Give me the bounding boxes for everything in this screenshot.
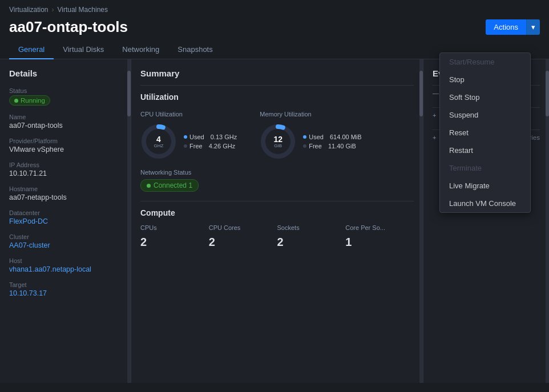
dropdown-item-reset[interactable]: Reset — [440, 124, 530, 142]
summary-title: Summary — [140, 68, 414, 78]
memory-gauge-unit: GIB — [273, 143, 282, 148]
cpu-used-stat: Used 0.13 GHz — [184, 134, 237, 140]
page-header: aa07-ontap-tools Actions ▾ Start/Resume … — [0, 16, 549, 41]
compute-header-cores: CPU Cores — [209, 224, 277, 231]
detail-cluster: Cluster AA07-cluster — [9, 233, 122, 249]
detail-datacenter-value[interactable]: FlexPod-DC — [9, 217, 122, 225]
details-panel: Details Status Running Name aa07-ontap-t… — [0, 59, 131, 383]
memory-utilization-item: Memory Utilization 12 GIB — [260, 111, 361, 160]
cpu-used-label: Used — [189, 134, 204, 140]
networking-status-row: Networking Status Connected 1 — [140, 169, 414, 192]
summary-panel: Summary Utilization CPU Utilization — [131, 59, 423, 383]
summary-scrollbar-thumb — [419, 71, 423, 116]
cpu-gauge-row: 4 GHZ Used 0.13 GHz Free — [140, 123, 237, 160]
status-badge: Running — [9, 95, 50, 106]
detail-cluster-label: Cluster — [9, 233, 122, 240]
dropdown-item-stop[interactable]: Stop — [440, 71, 530, 88]
memory-free-stat: Free 11.40 GiB — [303, 143, 361, 149]
detail-target: Target 10.10.73.17 — [9, 281, 122, 297]
cpu-gauge-value: 4 — [154, 135, 164, 143]
actions-button[interactable]: Actions — [486, 19, 526, 35]
detail-datacenter-label: Datacenter — [9, 209, 122, 216]
memory-free-dot — [303, 144, 306, 148]
memory-stats: Used 614.00 MiB Free 11.40 GiB — [303, 134, 361, 149]
breadcrumb-vms[interactable]: Virtual Machines — [57, 6, 108, 14]
breadcrumb-virtualization[interactable]: Virtualization — [9, 6, 48, 14]
cpu-stats: Used 0.13 GHz Free 4.26 GHz — [184, 134, 237, 149]
cpu-used-dot — [184, 135, 187, 139]
dropdown-item-restart[interactable]: Restart — [440, 142, 530, 159]
cpu-used-value: 0.13 GHz — [211, 134, 237, 140]
utilization-row: CPU Utilization 4 GHZ — [140, 111, 414, 160]
detail-name-value: aa07-ontap-tools — [9, 122, 122, 130]
dropdown-item-start[interactable]: Start/Resume — [440, 53, 530, 71]
memory-used-label: Used — [309, 134, 324, 140]
cpu-free-dot — [184, 144, 187, 148]
networking-status-value: Connected 1 — [154, 181, 192, 189]
memory-used-dot — [303, 135, 306, 139]
breadcrumb: Virtualization › Virtual Machines — [0, 0, 549, 16]
summary-scrollbar[interactable] — [419, 59, 423, 383]
networking-badge: Connected 1 — [140, 179, 199, 192]
detail-provider-label: Provider/Platform — [9, 138, 122, 144]
cpu-label: CPU Utilization — [140, 111, 237, 118]
detail-target-label: Target — [9, 281, 122, 288]
memory-gauge-center: 12 GIB — [273, 135, 282, 148]
events-scrollbar[interactable] — [546, 59, 549, 383]
advisories-toggle-icon: + — [433, 134, 436, 141]
detail-status-label: Status — [9, 87, 122, 94]
net-status-dot — [147, 184, 151, 188]
detail-target-value[interactable]: 10.10.73.17 — [9, 289, 122, 297]
memory-label: Memory Utilization — [260, 111, 361, 118]
detail-name-label: Name — [9, 114, 122, 120]
detail-cluster-value[interactable]: AA07-cluster — [9, 241, 122, 249]
dropdown-item-launch-console[interactable]: Launch VM Console — [440, 195, 530, 212]
memory-used-value: 614.00 MiB — [330, 134, 362, 140]
networking-label: Networking Status — [140, 169, 414, 176]
status-dot-icon — [14, 99, 18, 103]
compute-title: Compute — [140, 208, 414, 217]
details-title: Details — [9, 68, 122, 78]
cpu-gauge-center: 4 GHZ — [154, 135, 164, 148]
cpu-gauge-unit: GHZ — [154, 143, 164, 148]
actions-caret-button[interactable]: ▾ — [526, 19, 540, 35]
detail-datacenter: Datacenter FlexPod-DC — [9, 209, 122, 225]
tab-networking[interactable]: Networking — [113, 41, 168, 59]
detail-ip: IP Address 10.10.71.21 — [9, 161, 122, 177]
requests-toggle-icon: + — [433, 112, 436, 119]
dropdown-item-soft-stop[interactable]: Soft Stop — [440, 88, 530, 106]
memory-used-stat: Used 614.00 MiB — [303, 134, 361, 140]
dropdown-item-suspend[interactable]: Suspend — [440, 106, 530, 124]
actions-dropdown-menu: Start/Resume Stop Soft Stop Suspend Rese… — [439, 52, 531, 213]
compute-core-per-so-value: 1 — [345, 236, 414, 249]
detail-ip-value: 10.10.71.21 — [9, 169, 122, 177]
breadcrumb-sep: › — [51, 6, 54, 14]
cpu-free-label: Free — [189, 143, 203, 149]
detail-provider: Provider/Platform VMware vSphere — [9, 138, 122, 153]
compute-cpus-value: 2 — [140, 236, 209, 249]
tab-virtual-disks[interactable]: Virtual Disks — [54, 41, 113, 59]
detail-hostname: Hostname aa07-netapp-tools — [9, 185, 122, 201]
detail-host: Host vhana1.aa07.netapp-local — [9, 257, 122, 273]
details-scrollbar[interactable] — [127, 59, 131, 383]
detail-hostname-value: aa07-netapp-tools — [9, 193, 122, 201]
compute-header-cpus: CPUs — [140, 224, 209, 231]
detail-provider-value: VMware vSphere — [9, 146, 122, 153]
detail-host-value[interactable]: vhana1.aa07.netapp-local — [9, 265, 122, 273]
details-scrollbar-thumb — [127, 71, 131, 116]
utilization-title: Utilization — [140, 92, 414, 102]
memory-free-label: Free — [309, 143, 322, 149]
cpu-gauge: 4 GHZ — [140, 123, 177, 160]
compute-header-core-per-so: Core Per So... — [345, 224, 414, 231]
dropdown-item-live-migrate[interactable]: Live Migrate — [440, 177, 530, 195]
detail-status: Status Running — [9, 87, 122, 106]
memory-gauge-value: 12 — [273, 135, 282, 143]
compute-cores-value: 2 — [209, 236, 277, 249]
compute-sockets-value: 2 — [277, 236, 346, 249]
cpu-free-value: 4.26 GHz — [209, 143, 235, 149]
actions-group: Actions ▾ Start/Resume Stop Soft Stop Su… — [486, 19, 540, 35]
dropdown-item-terminate[interactable]: Terminate — [440, 159, 530, 177]
detail-host-label: Host — [9, 257, 122, 264]
tab-snapshots[interactable]: Snapshots — [168, 41, 221, 59]
tab-general[interactable]: General — [9, 41, 54, 59]
